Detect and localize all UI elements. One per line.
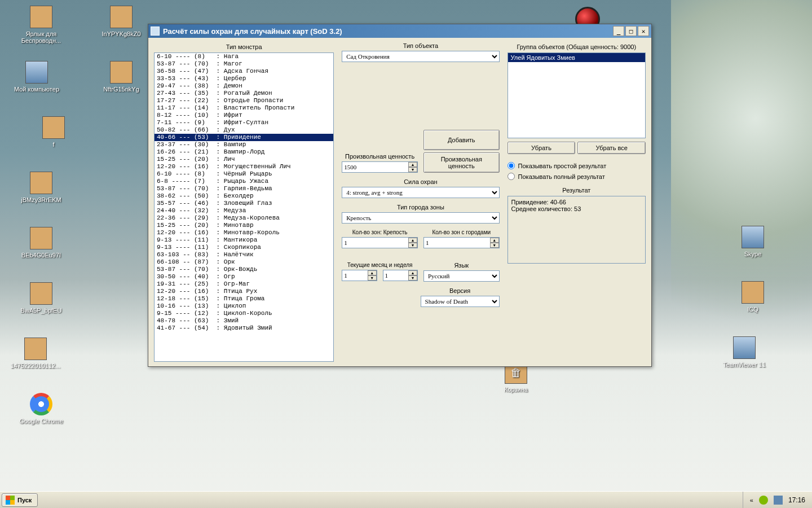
spin-down-icon[interactable]: ▼ [408, 167, 417, 172]
guard-calc-window: Расчёт силы охран для случайных карт (So… [148, 24, 652, 367]
monster-row[interactable]: 36-58 --- (47) : Адска Гончая [155, 68, 333, 75]
desktop-icon[interactable]: InYPYKg8kZ0 [90, 6, 152, 37]
monster-row[interactable]: 16-26 --- (21) : Вампир-Лорд [155, 148, 333, 156]
close-button[interactable]: ✕ [638, 26, 649, 36]
monster-row[interactable]: 23-37 --- (30) : Вампир [155, 141, 333, 148]
remove-button[interactable]: Убрать [508, 142, 576, 154]
windows-logo-icon [6, 496, 15, 505]
zones-fortress-input[interactable] [342, 237, 418, 248]
recycle-bin-label: Корзина [485, 386, 547, 393]
custom-value-button[interactable]: Произвольная ценность [423, 152, 500, 173]
start-button[interactable]: Пуск [2, 493, 38, 507]
spin-down-icon[interactable]: ▼ [368, 275, 377, 281]
monster-row[interactable]: 12-20 --- (16) : Птица Рух [155, 288, 333, 295]
monster-row[interactable]: 53-87 --- (70) : Магог [155, 60, 333, 68]
file-icon [30, 393, 52, 415]
full-result-radio[interactable] [508, 173, 515, 180]
desktop-icon[interactable]: BEb4G0Eu97I [10, 227, 72, 259]
monster-row[interactable]: 33-53 --- (43) : Цербер [155, 75, 333, 82]
monster-row[interactable]: 19-31 --- (25) : Огр-Маг [155, 281, 333, 288]
monster-row[interactable]: 38-62 --- (50) : Бехолдер [155, 192, 333, 200]
monster-row[interactable]: 15-25 --- (20) : Минотавр [155, 222, 333, 229]
minimize-button[interactable]: _ [613, 26, 624, 36]
spin-up-icon[interactable]: ▲ [490, 238, 499, 243]
monster-row[interactable]: 53-87 --- (70) : Орк-Вождь [155, 266, 333, 273]
maximize-button[interactable]: □ [625, 26, 637, 36]
system-tray[interactable]: « 17:16 [743, 492, 812, 508]
monster-row[interactable]: 12-20 --- (16) : Могущественный Лич [155, 163, 333, 170]
add-button[interactable]: Добавить [423, 130, 500, 150]
monster-row[interactable]: 12-20 --- (16) : Минотавр-Король [155, 229, 333, 237]
spin-down-icon[interactable]: ▼ [490, 243, 499, 248]
monster-row[interactable]: 22-36 --- (29) : Медуза-Королева [155, 214, 333, 222]
monster-row[interactable]: 29-47 --- (38) : Демон [155, 82, 333, 90]
monster-row[interactable]: 27-43 --- (35) : Рогатый Демон [155, 90, 333, 97]
desktop-icon[interactable]: Google Chrome [10, 393, 72, 424]
desktop-icon[interactable]: 1475222010112... [5, 338, 67, 369]
month-week-label: Текущие месяц и неделя [342, 262, 418, 268]
monster-row[interactable]: 30-50 --- (40) : Огр [155, 273, 333, 281]
custom-value-input[interactable] [342, 161, 418, 173]
monster-row[interactable]: 15-25 --- (20) : Лич [155, 156, 333, 163]
monster-row[interactable]: 66-108 -- (87) : Орк [155, 259, 333, 266]
spin-up-icon[interactable]: ▲ [408, 238, 417, 243]
monster-row[interactable]: 48-78 --- (63) : Змий [155, 317, 333, 325]
monster-listbox[interactable]: 6-10 ---- (8) : Нага53-87 --- (70) : Маг… [154, 52, 334, 362]
language-select[interactable]: Русский [423, 270, 500, 282]
monster-row[interactable]: 35-57 --- (46) : Зловещий Глаз [155, 200, 333, 207]
spin-up-icon[interactable]: ▲ [408, 270, 417, 275]
monster-row[interactable]: 6-10 ---- (8) : Нага [155, 53, 333, 60]
spin-up-icon[interactable]: ▲ [368, 270, 377, 275]
icon-label: f [23, 141, 85, 148]
tray-chevron-icon[interactable]: « [750, 497, 753, 503]
monster-row[interactable]: 12-18 --- (15) : Птица Грома [155, 295, 333, 303]
desktop-icon[interactable]: Ярлык для Беспроводн... [10, 6, 72, 44]
desktop-icon[interactable]: NftrG15nkYg [90, 61, 152, 93]
monster-row[interactable]: 10-16 --- (13) : Циклоп [155, 303, 333, 310]
monster-row[interactable]: 41-67 --- (54) : Ядовитый Змий [155, 325, 333, 332]
monster-row[interactable]: 9-13 ---- (11) : Мантикора [155, 237, 333, 244]
titlebar[interactable]: Расчёт силы охран для случайных карт (So… [148, 24, 651, 38]
monster-row[interactable]: 63-103 -- (83) : Налётчик [155, 251, 333, 259]
clock[interactable]: 17:16 [788, 496, 805, 504]
zone-town-type-label: Тип города зоны [342, 204, 499, 211]
result-box: Привидение: 40-66 Среднее количество: 53 [508, 196, 646, 264]
group-objects-label: Группа объектов (Общая ценность: 9000) [508, 43, 646, 50]
group-listbox[interactable]: Улей Ядовитых Змиев [508, 52, 646, 138]
guard-strength-select[interactable]: 4: strong, avg + strong [342, 187, 499, 198]
tray-network-icon[interactable] [774, 496, 783, 505]
file-icon [110, 61, 133, 84]
monster-row[interactable]: 17-27 --- (22) : Отродье Пропасти [155, 97, 333, 104]
zone-town-type-select[interactable]: Крепость [342, 212, 499, 224]
monster-row[interactable]: 11-17 --- (14) : Властитель Пропасти [155, 104, 333, 112]
desktop-icon[interactable]: f [23, 116, 85, 148]
desktop-icon[interactable]: TeamViewer 11 [713, 336, 775, 368]
desktop-icon[interactable]: Мой компьютер [6, 61, 68, 93]
wallpaper-tree [671, 0, 812, 395]
version-select[interactable]: Shadow of Death [421, 296, 500, 307]
monster-row[interactable]: 50-82 --- (66) : Дух [155, 126, 333, 134]
monster-row[interactable]: 6-10 ---- (8) : Чёрный Рыцарь [155, 170, 333, 178]
tray-icon[interactable] [759, 496, 768, 505]
language-label: Язык [423, 262, 500, 269]
spin-up-icon[interactable]: ▲ [408, 162, 417, 167]
desktop-icon[interactable]: ICQ [722, 281, 784, 313]
monster-row[interactable]: 9-13 ---- (11) : Скорпикора [155, 244, 333, 251]
monster-row[interactable]: 6-8 ----- (7) : Рыцарь Ужаса [155, 178, 333, 185]
simple-result-radio[interactable] [508, 162, 515, 169]
object-type-select[interactable]: Сад Откровения [342, 51, 499, 62]
zones-towns-input[interactable] [423, 237, 500, 248]
spin-down-icon[interactable]: ▼ [408, 243, 417, 248]
remove-all-button[interactable]: Убрать все [577, 142, 646, 154]
monster-row[interactable]: 40-66 --- (53) : Привидение [155, 134, 333, 141]
group-item[interactable]: Улей Ядовитых Змиев [508, 53, 645, 62]
monster-row[interactable]: 53-87 --- (70) : Гарпия-Ведьма [155, 185, 333, 192]
monster-row[interactable]: 9-15 ---- (12) : Циклоп-Король [155, 310, 333, 317]
monster-row[interactable]: 24-40 --- (32) : Медуза [155, 207, 333, 214]
spin-down-icon[interactable]: ▼ [408, 275, 417, 281]
desktop-icon[interactable]: BwA5P_bpfEU [10, 282, 72, 314]
desktop-icon[interactable]: jBMzy3RrEKM [10, 172, 72, 203]
monster-row[interactable]: 8-12 ---- (10) : Ифрит [155, 112, 333, 119]
desktop-icon[interactable]: Skype [722, 226, 784, 257]
monster-row[interactable]: 7-11 ---- (9) : Ифрит-Султан [155, 119, 333, 126]
